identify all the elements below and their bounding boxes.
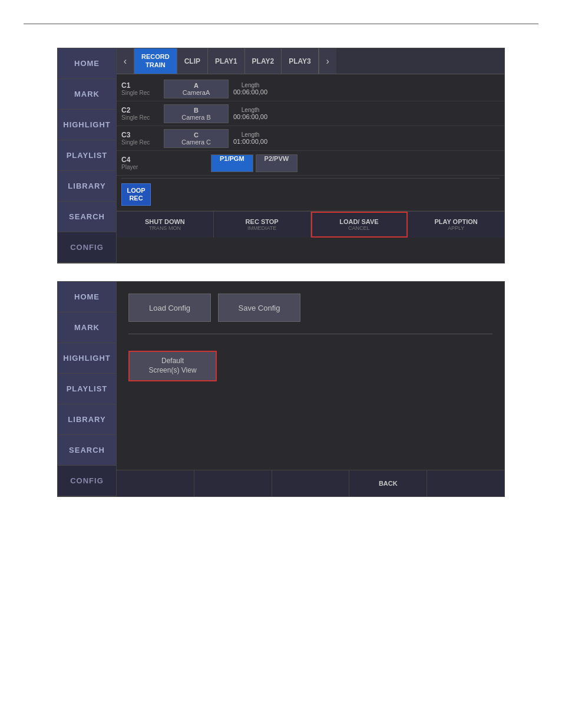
p2-btn2[interactable]	[194, 470, 272, 496]
ch1-src-line2: CameraA	[183, 89, 210, 96]
ch2-src-line2: Camera B	[181, 114, 211, 121]
p2-back-label: BACK	[379, 480, 398, 487]
default-screen-label: DefaultScreen(s) View	[148, 357, 196, 375]
ch3-length-val: 01:00:00,00	[233, 138, 267, 145]
channel-row-c3: C3 Single Rec C Camera C Length 01:00:00…	[117, 126, 504, 151]
tab-clip[interactable]: CLIP	[177, 48, 208, 74]
sidebar-config-1[interactable]: CONFIG	[58, 232, 116, 263]
ch1-length-label: Length	[242, 82, 260, 88]
tab-next-btn[interactable]: ›	[319, 48, 336, 74]
ch2-type: Single Rec	[121, 114, 159, 121]
play-option-btn[interactable]: PLAY OPTION APPLY	[408, 212, 504, 238]
rec-stop-btn-sub: IMMEDIATE	[247, 225, 276, 231]
p2-btn3[interactable]	[272, 470, 350, 496]
ch2-src-line1: B	[194, 107, 199, 114]
sidebar-highlight-2[interactable]: HIGHLIGHT	[58, 343, 116, 374]
sidebar-playlist-2[interactable]: PLAYLIST	[58, 374, 116, 404]
ch1-label: C1 Single Rec	[117, 81, 164, 96]
ch2-name: C2	[121, 106, 159, 114]
ch2-length-val: 00:06:00,00	[233, 113, 267, 120]
config-btn-row: Load Config Save Config	[128, 294, 492, 322]
tab-record-train-label: RECORD	[141, 53, 170, 61]
ch1-length-val: 00:06:00,00	[233, 88, 267, 95]
rec-stop-btn-main: REC STOP	[246, 218, 279, 225]
sidebar-highlight-1[interactable]: HIGHLIGHT	[58, 110, 116, 140]
ch4-type: Player	[121, 164, 159, 170]
c4-p2pvw-btn[interactable]: P2/PVW	[256, 154, 298, 172]
panel-1: HOME MARK HIGHLIGHT PLAYLIST LIBRARY SEA…	[57, 48, 505, 263]
top-divider	[24, 24, 538, 24]
panel-2: HOME MARK HIGHLIGHT PLAYLIST LIBRARY SEA…	[57, 281, 505, 497]
tab-play3[interactable]: PLAY3	[282, 48, 319, 74]
load-save-btn-main: LOAD/ SAVE	[339, 218, 378, 225]
sidebar-search-1[interactable]: SEARCH	[58, 202, 116, 232]
save-config-label: Save Config	[239, 304, 280, 312]
ch2-length: Length 00:06:00,00	[233, 107, 267, 120]
sidebar-library-1[interactable]: LIBRARY	[58, 171, 116, 202]
channels-area: C1 Single Rec A CameraA Length 00:06:00,…	[117, 74, 504, 178]
tab-bar: ‹ RECORD TRAIN CLIP PLAY1 PLAY2 PLAY3 ›	[117, 48, 504, 74]
channel-row-c2: C2 Single Rec B Camera B Length 00:06:00…	[117, 101, 504, 126]
action-bar-2: BACK	[117, 470, 504, 496]
ch1-type: Single Rec	[121, 90, 159, 96]
panel2-sidebar: HOME MARK HIGHLIGHT PLAYLIST LIBRARY SEA…	[58, 282, 117, 496]
sidebar-home-2[interactable]: HOME	[58, 282, 116, 312]
shutdown-btn-main: SHUT DOWN	[145, 218, 185, 225]
ch2-source-btn[interactable]: B Camera B	[164, 104, 229, 123]
tab-record-train[interactable]: RECORD TRAIN	[134, 48, 177, 74]
tab-play1[interactable]: PLAY1	[208, 48, 245, 74]
panel2-content: Load Config Save Config DefaultScreen(s)…	[117, 282, 504, 470]
play-option-btn-main: PLAY OPTION	[434, 218, 477, 225]
sidebar-mark-2[interactable]: MARK	[58, 312, 116, 343]
action-bar-1: SHUT DOWN TRANS MON REC STOP IMMEDIATE L…	[117, 211, 504, 238]
tab-record-train-label2: TRAIN	[146, 61, 166, 69]
c4-btn-group: P1/PGM P2/PVW	[211, 154, 297, 172]
ch4-label: C4 Player	[117, 156, 164, 170]
sidebar-home-1[interactable]: HOME	[58, 48, 116, 79]
ch3-length-label: Length	[242, 131, 260, 138]
ch3-source-btn[interactable]: C Camera C	[164, 129, 229, 148]
save-config-btn[interactable]: Save Config	[218, 294, 300, 322]
ch3-label: C3 Single Rec	[117, 131, 164, 146]
page-container: HOME MARK HIGHLIGHT PLAYLIST LIBRARY SEA…	[0, 12, 562, 509]
tab-prev-btn[interactable]: ‹	[117, 48, 134, 74]
sidebar-mark-1[interactable]: MARK	[58, 79, 116, 110]
channel-row-c4: C4 Player P1/PGM P2/PVW	[117, 151, 504, 176]
p2-btn5[interactable]	[427, 470, 504, 496]
load-config-btn[interactable]: Load Config	[128, 294, 211, 322]
ch3-src-line1: C	[194, 131, 199, 139]
load-save-btn[interactable]: LOAD/ SAVE CANCEL	[311, 212, 408, 238]
default-screen-area: DefaultScreen(s) View	[128, 351, 492, 381]
sidebar-playlist-1[interactable]: PLAYLIST	[58, 140, 116, 171]
shutdown-btn[interactable]: SHUT DOWN TRANS MON	[117, 212, 214, 238]
load-save-btn-sub: CANCEL	[348, 225, 370, 231]
tab-play2[interactable]: PLAY2	[245, 48, 282, 74]
ch4-name: C4	[121, 156, 159, 164]
loop-rec-btn[interactable]: LOOPREC	[121, 183, 151, 206]
panel1-main: ‹ RECORD TRAIN CLIP PLAY1 PLAY2 PLAY3 › …	[117, 48, 504, 263]
panel2-main: Load Config Save Config DefaultScreen(s)…	[117, 282, 504, 496]
sidebar-library-2[interactable]: LIBRARY	[58, 404, 116, 435]
sidebar-config-2[interactable]: CONFIG	[58, 466, 116, 496]
ch3-length: Length 01:00:00,00	[233, 131, 267, 145]
ch2-length-label: Length	[242, 107, 260, 113]
p2-btn1[interactable]	[117, 470, 194, 496]
shutdown-btn-sub: TRANS MON	[149, 225, 181, 231]
sidebar-search-2[interactable]: SEARCH	[58, 435, 116, 466]
ch3-type: Single Rec	[121, 139, 159, 146]
channel-row-c1: C1 Single Rec A CameraA Length 00:06:00,…	[117, 77, 504, 101]
ch1-source-btn[interactable]: A CameraA	[164, 80, 229, 98]
default-screen-btn[interactable]: DefaultScreen(s) View	[128, 351, 217, 381]
ch3-name: C3	[121, 131, 159, 139]
load-config-label: Load Config	[149, 304, 190, 312]
ch1-length: Length 00:06:00,00	[233, 82, 267, 95]
play-option-btn-sub: APPLY	[448, 225, 464, 231]
panel1-sidebar: HOME MARK HIGHLIGHT PLAYLIST LIBRARY SEA…	[58, 48, 117, 263]
ch3-src-line2: Camera C	[181, 139, 211, 146]
c4-p1pgm-btn[interactable]: P1/PGM	[211, 154, 253, 172]
config-divider	[128, 334, 492, 334]
p2-back-btn[interactable]: BACK	[349, 470, 427, 496]
ch1-name: C1	[121, 81, 159, 90]
ch1-src-line1: A	[194, 82, 199, 89]
rec-stop-btn[interactable]: REC STOP IMMEDIATE	[214, 212, 311, 238]
